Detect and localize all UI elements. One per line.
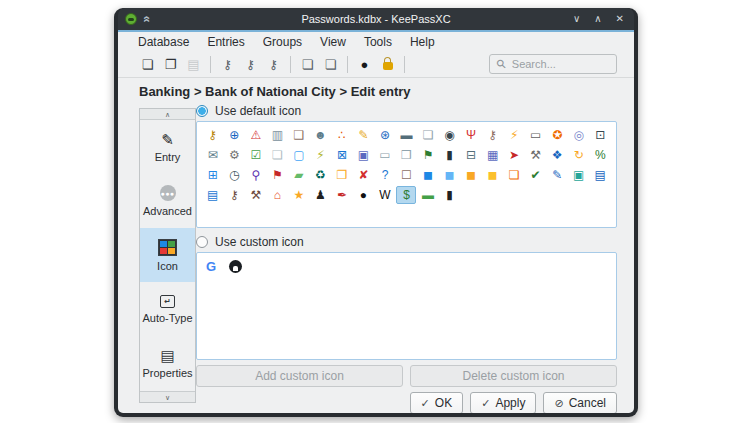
- icon-configuration[interactable]: ⚙: [224, 146, 244, 164]
- icon-world-star[interactable]: ✪: [547, 126, 567, 144]
- open-url-button[interactable]: ●: [353, 54, 376, 74]
- maximize-button[interactable]: ∧: [594, 14, 601, 24]
- icon-folder[interactable]: ◼: [418, 166, 438, 184]
- icon-terminal-encrypted[interactable]: ⚑: [418, 146, 438, 164]
- use-custom-icon-radio[interactable]: [196, 236, 208, 248]
- icon-memory[interactable]: ▰: [289, 166, 309, 184]
- icon-home[interactable]: ⌂: [267, 186, 287, 204]
- icon-folder-package[interactable]: ◼: [461, 166, 481, 184]
- icon-warning[interactable]: ⚠: [246, 126, 266, 144]
- database-open-button[interactable]: ❐: [159, 54, 182, 74]
- delete-custom-icon-button[interactable]: Delete custom icon: [410, 365, 617, 387]
- icon-email-search[interactable]: ⚲: [246, 166, 266, 184]
- icon-world[interactable]: ⊕: [224, 126, 244, 144]
- icon-parts[interactable]: ∴: [332, 126, 352, 144]
- menu-database[interactable]: Database: [138, 35, 189, 49]
- entry-delete-button[interactable]: ⚷: [262, 54, 285, 74]
- icon-energy[interactable]: ⚡: [504, 126, 524, 144]
- icon-monitor[interactable]: ⊡: [590, 126, 610, 144]
- icon-book[interactable]: ▤: [590, 166, 610, 184]
- icon-program-icons[interactable]: ▦: [483, 146, 503, 164]
- icon-user-key[interactable]: ⚷: [224, 186, 244, 204]
- icon-scanner[interactable]: ▭: [526, 126, 546, 144]
- icon-blackberry[interactable]: ▮: [440, 186, 460, 204]
- entry-edit-button[interactable]: ⚷: [239, 54, 262, 74]
- icon-folder-open[interactable]: ◼: [440, 166, 460, 184]
- keep-above-icon[interactable]: «: [141, 16, 153, 23]
- sidebar-item-entry[interactable]: ✎Entry: [140, 120, 195, 174]
- icon-world-socket[interactable]: ⊛: [375, 126, 395, 144]
- database-save-button[interactable]: ▤: [182, 54, 205, 74]
- icon-checked[interactable]: ✔: [526, 166, 546, 184]
- lock-databases-button[interactable]: [376, 54, 399, 74]
- icon-lock-open[interactable]: ◼: [483, 166, 503, 184]
- search-box[interactable]: ⚲: [489, 54, 617, 74]
- icon-paper-quality[interactable]: ❒: [396, 146, 416, 164]
- search-input[interactable]: [512, 58, 609, 70]
- icon-expired[interactable]: ✘: [353, 166, 373, 184]
- icon-multi-keys[interactable]: ⚷: [483, 126, 503, 144]
- ok-button[interactable]: ✓ OK: [410, 392, 464, 413]
- icon-screen[interactable]: ▢: [289, 146, 309, 164]
- menu-view[interactable]: View: [320, 35, 346, 49]
- icon-clock[interactable]: ◷: [224, 166, 244, 184]
- icon-notepad[interactable]: ✎: [353, 126, 373, 144]
- sidebar-item-advanced[interactable]: ●●●Advanced: [140, 174, 195, 228]
- add-custom-icon-button[interactable]: Add custom icon: [196, 365, 403, 387]
- minimize-button[interactable]: ∨: [573, 14, 580, 24]
- icon-world-computer[interactable]: ❖: [547, 146, 567, 164]
- icon-identity[interactable]: ▬: [396, 126, 416, 144]
- copy-username-button[interactable]: ❏: [296, 54, 319, 74]
- icon-user-communication[interactable]: ☻: [310, 126, 330, 144]
- icon-feather[interactable]: ✒: [332, 186, 352, 204]
- icon-marked-directory[interactable]: ❑: [289, 126, 309, 144]
- sidebar-item-icon[interactable]: Icon: [140, 228, 195, 282]
- use-default-icon-radio[interactable]: [196, 105, 208, 117]
- icon-note[interactable]: ❐: [332, 166, 352, 184]
- menu-groups[interactable]: Groups: [263, 35, 302, 49]
- icon-energy-careful[interactable]: ⚡: [310, 146, 330, 164]
- icon-thumbnail[interactable]: ▣: [569, 166, 589, 184]
- title-bar[interactable]: « Passwords.kdbx - KeePassXC ∨∧✕: [118, 8, 634, 30]
- sidebar-scroll-up[interactable]: ∧: [140, 109, 195, 120]
- icon-certificate[interactable]: ▬: [418, 186, 438, 204]
- icon-drive-windows[interactable]: ⊞: [203, 166, 223, 184]
- icon-star[interactable]: ★: [289, 186, 309, 204]
- icon-ir-communication[interactable]: Ψ: [461, 126, 481, 144]
- icon-paper-ready[interactable]: ❏: [418, 126, 438, 144]
- custom-icon-radio-row[interactable]: Use custom icon: [196, 234, 617, 250]
- icon-apple[interactable]: ●: [353, 186, 373, 204]
- icon-key[interactable]: ⚷: [203, 126, 223, 144]
- apply-button[interactable]: ✓ Apply: [470, 392, 536, 413]
- sidebar-scroll-down[interactable]: ∨: [140, 391, 195, 402]
- icon-printer[interactable]: ⊟: [461, 146, 481, 164]
- icon-paper-new[interactable]: ❏: [267, 146, 287, 164]
- icon-info[interactable]: ?: [375, 166, 395, 184]
- icon-settings[interactable]: ⚒: [526, 146, 546, 164]
- close-button[interactable]: ✕: [616, 14, 624, 24]
- app-icon[interactable]: [125, 13, 137, 25]
- icon-disk[interactable]: ▣: [353, 146, 373, 164]
- icon-run[interactable]: ➤: [504, 146, 524, 164]
- database-new-button[interactable]: ❏: [136, 54, 159, 74]
- copy-password-button[interactable]: ❏: [319, 54, 342, 74]
- cancel-button[interactable]: ⊘ Cancel: [543, 392, 617, 413]
- icon-paper-locked[interactable]: ❏: [504, 166, 524, 184]
- entry-add-button[interactable]: ⚷: [216, 54, 239, 74]
- icon-wiki[interactable]: W: [375, 186, 395, 204]
- icon-archive[interactable]: ↻: [569, 146, 589, 164]
- menu-help[interactable]: Help: [410, 35, 435, 49]
- icon-homebanking[interactable]: %: [590, 146, 610, 164]
- icon-clipboard-ready[interactable]: ☑: [246, 146, 266, 164]
- menu-entries[interactable]: Entries: [207, 35, 244, 49]
- icon-package[interactable]: ☐: [396, 166, 416, 184]
- icon-console[interactable]: ▮: [440, 146, 460, 164]
- sidebar-item-auto-type[interactable]: ↵Auto-Type: [140, 282, 195, 336]
- icon-tux[interactable]: ♟: [310, 186, 330, 204]
- icon-pen[interactable]: ✎: [547, 166, 567, 184]
- google-icon[interactable]: G: [206, 260, 216, 273]
- icon-email-box[interactable]: ⊠: [332, 146, 352, 164]
- icon-money[interactable]: $: [396, 186, 416, 204]
- icon-tool[interactable]: ⚒: [246, 186, 266, 204]
- icon-cdrom[interactable]: ◎: [569, 126, 589, 144]
